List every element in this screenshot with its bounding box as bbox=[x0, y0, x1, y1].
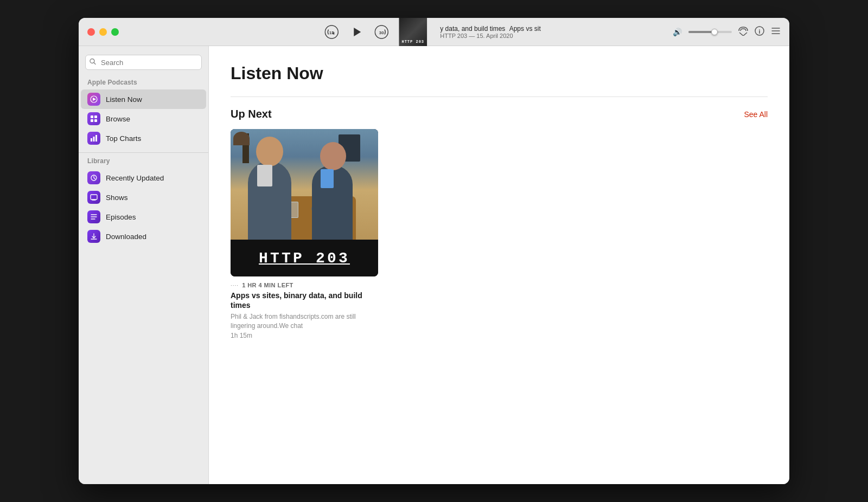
info-button[interactable]: i bbox=[755, 26, 764, 38]
svg-rect-18 bbox=[91, 138, 92, 141]
playback-controls: 15 30 HTTP 203 bbox=[323, 18, 545, 46]
sidebar-section-label-apple-podcasts: Apple Podcasts bbox=[79, 79, 208, 89]
app-window: 15 30 HTTP 203 bbox=[79, 18, 789, 484]
main-layout: Apple Podcasts Listen Now bbox=[79, 46, 789, 484]
listen-now-icon bbox=[87, 93, 100, 106]
episode-description: Phil & Jack from fishandscripts.com are … bbox=[231, 312, 378, 331]
recently-updated-icon bbox=[87, 171, 100, 184]
svg-rect-15 bbox=[94, 115, 97, 118]
episode-time-left: 1 HR 4 MIN LEFT bbox=[242, 282, 293, 288]
svg-line-11 bbox=[94, 63, 95, 65]
queue-button[interactable] bbox=[771, 26, 781, 38]
http203-label-text: HTTP 203 bbox=[259, 250, 350, 267]
sidebar-item-browse-label: Browse bbox=[106, 115, 130, 123]
search-input[interactable] bbox=[85, 55, 202, 70]
http203-label-bar: HTTP 203 bbox=[231, 240, 378, 276]
top-charts-icon bbox=[87, 132, 100, 145]
titlebar: 15 30 HTTP 203 bbox=[79, 18, 789, 46]
airplay-button[interactable] bbox=[738, 26, 748, 38]
svg-rect-22 bbox=[91, 195, 97, 199]
search-bar bbox=[85, 55, 202, 70]
sidebar-section-label-library: Library bbox=[79, 157, 208, 168]
sidebar-item-top-charts-label: Top Charts bbox=[106, 134, 141, 143]
now-playing-info: y data, and build times Apps vs sit HTTP… bbox=[436, 25, 545, 39]
sidebar-item-episodes-label: Episodes bbox=[106, 213, 136, 221]
svg-text:30: 30 bbox=[379, 30, 384, 35]
now-playing-title: y data, and build times Apps vs sit bbox=[440, 25, 540, 33]
sidebar-divider-1 bbox=[79, 152, 208, 153]
episode-duration: 1h 15m bbox=[231, 332, 378, 339]
section-header-up-next: Up Next See All bbox=[231, 108, 768, 120]
episode-thumbnail: HTTP 203 bbox=[231, 129, 378, 276]
svg-rect-17 bbox=[94, 119, 97, 122]
thumb-label: HTTP 203 bbox=[401, 40, 424, 44]
page-title: Listen Now bbox=[231, 63, 768, 83]
maximize-button[interactable] bbox=[111, 28, 119, 36]
sidebar-item-shows[interactable]: Shows bbox=[81, 188, 206, 207]
episode-meta: ···· 1 HR 4 MIN LEFT bbox=[231, 282, 378, 288]
svg-rect-20 bbox=[95, 135, 97, 141]
section-title-up-next: Up Next bbox=[231, 108, 272, 120]
content-area: Listen Now Up Next See All bbox=[209, 46, 789, 484]
rewind-button[interactable]: 15 bbox=[323, 23, 340, 41]
svg-marker-13 bbox=[93, 98, 96, 101]
volume-slider-fill bbox=[688, 31, 714, 33]
now-playing-subtitle: HTTP 203 — 15. April 2020 bbox=[440, 33, 540, 39]
minimize-button[interactable] bbox=[99, 28, 107, 36]
play-button[interactable] bbox=[349, 24, 364, 40]
shows-icon bbox=[87, 191, 100, 204]
browse-icon bbox=[87, 112, 100, 125]
sidebar-item-episodes[interactable]: Episodes bbox=[81, 207, 206, 227]
svg-text:i: i bbox=[758, 28, 760, 35]
sidebar-item-listen-now[interactable]: Listen Now bbox=[81, 89, 206, 109]
sidebar-item-browse[interactable]: Browse bbox=[81, 109, 206, 128]
traffic-lights bbox=[87, 28, 119, 36]
volume-knob[interactable] bbox=[711, 29, 718, 35]
episode-dots: ···· bbox=[231, 282, 239, 288]
search-icon bbox=[90, 59, 96, 67]
lampshade bbox=[233, 132, 250, 145]
sidebar-item-recently-updated-label: Recently Updated bbox=[106, 174, 164, 182]
episode-photo bbox=[231, 129, 378, 240]
episode-title: Apps vs sites, binary data, and build ti… bbox=[231, 291, 378, 310]
svg-rect-19 bbox=[93, 137, 95, 141]
episode-card[interactable]: HTTP 203 ···· 1 HR 4 MIN LEFT Apps vs si… bbox=[231, 129, 378, 339]
svg-marker-2 bbox=[354, 28, 361, 36]
svg-rect-14 bbox=[91, 115, 93, 118]
forward-button[interactable]: 30 bbox=[373, 23, 390, 41]
volume-slider[interactable] bbox=[688, 31, 732, 33]
close-button[interactable] bbox=[87, 28, 95, 36]
sidebar-item-recently-updated[interactable]: Recently Updated bbox=[81, 168, 206, 188]
sidebar-item-downloaded-label: Downloaded bbox=[106, 233, 146, 241]
sidebar-item-listen-now-label: Listen Now bbox=[106, 95, 142, 104]
sidebar-item-top-charts[interactable]: Top Charts bbox=[81, 128, 206, 148]
downloaded-icon bbox=[87, 230, 100, 243]
section-divider bbox=[231, 96, 768, 97]
now-playing-thumbnail: HTTP 203 bbox=[399, 18, 427, 46]
svg-rect-16 bbox=[91, 119, 93, 122]
volume-icon: 🔊 bbox=[673, 28, 682, 36]
episode-art: HTTP 203 bbox=[231, 129, 378, 276]
episodes-icon bbox=[87, 210, 100, 223]
sidebar-item-shows-label: Shows bbox=[106, 194, 128, 202]
sidebar: Apple Podcasts Listen Now bbox=[79, 46, 209, 484]
see-all-button[interactable]: See All bbox=[744, 110, 768, 119]
right-controls: 🔊 i bbox=[673, 26, 781, 38]
sidebar-item-downloaded[interactable]: Downloaded bbox=[81, 227, 206, 246]
